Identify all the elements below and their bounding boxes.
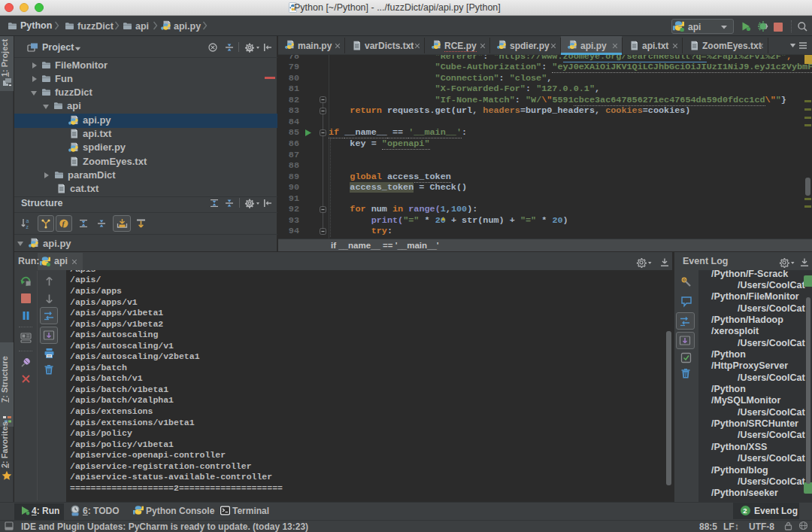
svg-text:2: 2 xyxy=(743,506,747,515)
svg-text:a: a xyxy=(26,218,29,223)
svg-text:z: z xyxy=(26,224,29,230)
